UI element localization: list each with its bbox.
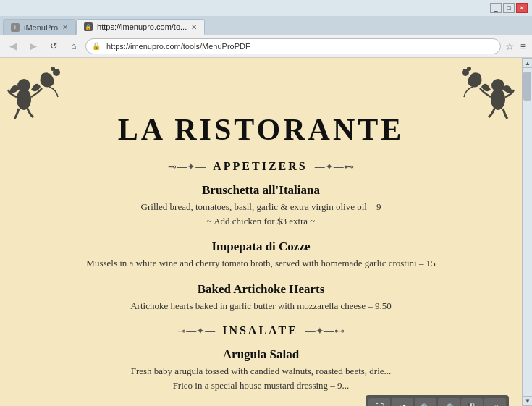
reload-button[interactable]: ↺ [45, 38, 62, 55]
bookmark-button[interactable]: ☆ [504, 39, 516, 54]
maximize-button[interactable]: □ [503, 3, 515, 13]
toolbar-right: ☆ ≡ [504, 39, 528, 54]
address-text: https://imenupro.com/tools/MenuProPDF [106, 42, 250, 51]
pdf-fit-page-button[interactable]: ⛶ [368, 398, 390, 406]
title-bar: _ □ ✕ [0, 0, 532, 16]
impepata-desc: Mussels in a white wine and cherry tomat… [29, 256, 493, 271]
pdf-rotate-button[interactable]: ↺ [392, 398, 413, 406]
appetizers-header: ⊸—✦— APPETIZERS —✦—⊷ [29, 160, 493, 173]
tab-favicon-1: i [11, 23, 20, 32]
pdf-toolbar: ⛶ ↺ 🔍 🔎 💾 🖨 [366, 395, 509, 406]
arugula-desc2: Frico in a special house mustard dressin… [29, 378, 493, 393]
scroll-down-button[interactable]: ▼ [523, 396, 532, 406]
bruschetta-name: Bruschetta all'Italiana [29, 183, 493, 198]
corner-decoration-left [6, 67, 64, 127]
menu-pdf: LA RISTORANTE ⊸—✦— APPETIZERS —✦—⊷ Brusc… [0, 58, 522, 406]
address-bar[interactable]: 🔒 https://imenupro.com/tools/MenuProPDF [85, 38, 501, 54]
insalate-divider-right: —✦—⊷ [305, 325, 345, 337]
tab-label-1: iMenuPro [24, 23, 58, 32]
scrollbar[interactable]: ▲ ▼ [522, 58, 532, 406]
menu-item-impepata: Impepata di Cozze Mussels in a white win… [29, 240, 493, 271]
scroll-track[interactable] [523, 68, 532, 396]
tab-label-2: https://imenupro.com/to... [97, 22, 187, 31]
tab-bar: i iMenuPro ✕ 🔒 https://imenupro.com/to..… [0, 16, 532, 35]
scroll-thumb[interactable] [523, 72, 531, 101]
svg-point-7 [467, 67, 471, 71]
page-area: LA RISTORANTE ⊸—✦— APPETIZERS —✦—⊷ Brusc… [0, 58, 532, 406]
pdf-zoom-out-button[interactable]: 🔎 [438, 398, 460, 406]
artichoke-name: Baked Artichoke Hearts [29, 282, 493, 297]
appetizers-title: APPETIZERS [213, 160, 307, 173]
tab-imenupro[interactable]: i iMenuPro ✕ [3, 19, 76, 35]
insalate-title: INSALATE [222, 324, 298, 337]
menu-item-bruschetta: Bruschetta all'Italiana Grilled bread, t… [29, 183, 493, 228]
bruschetta-extra: ~ Add chicken for $3 extra ~ [29, 214, 493, 229]
forward-button[interactable]: ▶ [25, 38, 42, 55]
close-button[interactable]: ✕ [516, 3, 528, 13]
window-controls: _ □ ✕ [490, 3, 528, 13]
insalate-divider-left: ⊸—✦— [177, 325, 215, 337]
arugula-desc: Fresh baby arugula tossed with candied w… [29, 364, 493, 378]
impepata-name: Impepata di Cozze [29, 240, 493, 254]
page-content: LA RISTORANTE ⊸—✦— APPETIZERS —✦—⊷ Brusc… [0, 58, 522, 406]
pdf-save-button[interactable]: 💾 [461, 398, 483, 406]
browser-menu-button[interactable]: ≡ [519, 39, 528, 54]
svg-point-1 [17, 79, 30, 92]
arugula-name: Arugula Salad [29, 347, 493, 362]
tab-active[interactable]: 🔒 https://imenupro.com/to... ✕ [76, 19, 205, 35]
tab-favicon-2: 🔒 [84, 22, 93, 31]
browser-toolbar: ◀ ▶ ↺ ⌂ 🔒 https://imenupro.com/tools/Men… [0, 35, 532, 58]
minimize-button[interactable]: _ [490, 3, 502, 13]
lock-icon: 🔒 [92, 42, 101, 50]
pdf-print-button[interactable]: 🖨 [484, 398, 506, 406]
svg-point-5 [491, 79, 504, 92]
home-button[interactable]: ⌂ [65, 38, 83, 55]
restaurant-title: LA RISTORANTE [29, 72, 493, 147]
insalate-header: ⊸—✦— INSALATE —✦—⊷ [29, 324, 493, 337]
appetizers-divider-left: ⊸—✦— [168, 161, 206, 172]
artichoke-desc: Artichoke hearts baked in garlic butter … [29, 299, 493, 313]
pdf-zoom-in-button[interactable]: 🔍 [415, 398, 436, 406]
corner-decoration-right [458, 67, 516, 127]
menu-item-arugula: Arugula Salad Fresh baby arugula tossed … [29, 347, 493, 392]
appetizers-divider-right: —✦—⊷ [315, 161, 354, 172]
bruschetta-desc: Grilled bread, tomatoes, basil, garlic &… [29, 200, 493, 214]
tab-close-2[interactable]: ✕ [191, 23, 197, 31]
svg-point-3 [51, 67, 55, 71]
tab-close-1[interactable]: ✕ [62, 23, 68, 31]
browser-window: _ □ ✕ i iMenuPro ✕ 🔒 https://imenupro.co… [0, 0, 532, 406]
scroll-up-button[interactable]: ▲ [523, 58, 532, 68]
back-button[interactable]: ◀ [4, 38, 22, 55]
menu-item-artichoke: Baked Artichoke Hearts Artichoke hearts … [29, 282, 493, 313]
